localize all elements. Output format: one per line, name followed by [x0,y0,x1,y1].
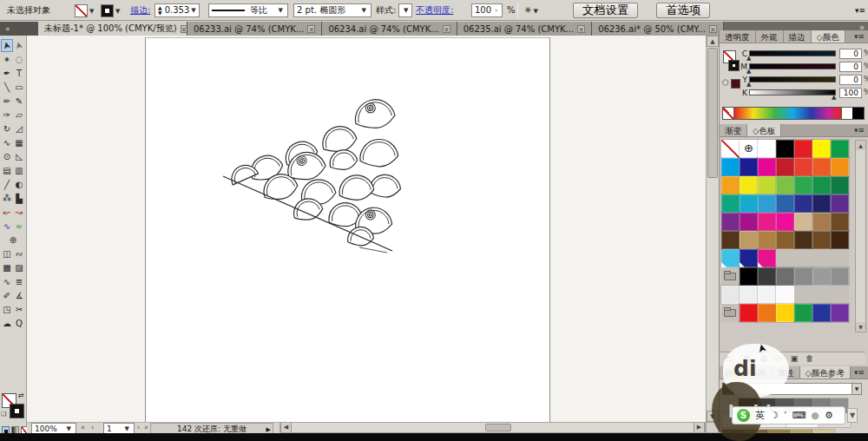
channel-value-field[interactable]: 0 [839,49,862,59]
swatch-scrollbar[interactable]: ▲ ▼ [855,140,866,332]
color-swatch[interactable] [721,231,740,249]
registration-swatch[interactable]: ⊕ [740,140,758,158]
color-swatch[interactable] [812,158,831,176]
wrinkle-tool[interactable]: ≈ [13,220,25,233]
color-swatch[interactable] [794,231,812,249]
panel-tab-描边[interactable]: 描边 [784,30,812,43]
color-swatch[interactable] [812,213,831,231]
channel-value-field[interactable]: 0 [839,62,862,72]
close-tab-icon[interactable]: × [307,25,315,33]
scroll-left-icon[interactable]: ◀ [280,423,292,432]
type-tool[interactable]: T [13,67,25,80]
panel-menu-icon[interactable]: ▾≡ [851,124,868,136]
color-swatch[interactable] [776,231,794,249]
color-swatch[interactable] [831,158,849,176]
color-swatch[interactable] [794,176,812,194]
next-page-button[interactable]: › [137,424,140,431]
color-swatch[interactable] [831,213,849,231]
color-swatch[interactable] [812,140,831,158]
close-tab-icon[interactable]: × [443,25,450,33]
panel-tab-颜色[interactable]: ◇颜色 [812,30,845,43]
global-color-swatch[interactable] [758,249,776,267]
perspective-grid-tool[interactable]: ◺ [13,150,25,163]
eraser-tool[interactable]: ▱ [13,109,25,122]
color-swatch[interactable] [776,158,794,176]
opacity-field[interactable]: 100 › [471,3,503,17]
canvas-area[interactable] [27,36,706,422]
out-of-gamut-icon[interactable]: ⬡ [722,78,729,87]
panel-tab-渐变[interactable]: 渐变 [720,124,747,136]
global-color-swatch[interactable] [740,249,758,267]
color-swatch[interactable] [776,304,794,322]
color-swatch[interactable] [831,176,849,194]
symbol-sprayer-tool[interactable]: ⁂ [1,192,13,205]
direct-selection-tool[interactable]: ➤ [13,39,25,52]
prev-page-button[interactable]: ‹ [91,424,94,431]
color-swatch[interactable] [758,304,776,322]
delete-swatch-icon[interactable]: 🗑 [806,354,813,363]
ime-symbol-icon[interactable]: ’ [784,410,787,421]
panel-tab-透明度[interactable]: 透明度 [720,30,756,43]
color-swatch[interactable] [831,267,849,286]
control-panel-menu-icon[interactable]: ▾≡ [855,3,865,17]
color-swatch[interactable] [740,231,758,249]
flare-tool[interactable]: ≣ [13,275,25,288]
default-fill-stroke-icon[interactable]: ❏ [1,411,6,418]
color-swatch[interactable] [758,140,776,158]
color-swatch[interactable] [758,158,776,176]
arc-tool[interactable]: ↝ [13,206,25,219]
spiral-tool[interactable]: ∿ [1,220,13,233]
hand-tool[interactable]: ☁ [1,317,13,330]
fill-stroke-proxy[interactable]: ⇄ ❏ [2,393,25,423]
slider-thumb-icon[interactable]: ▲ [832,94,836,101]
ime-settings-wrench-icon[interactable]: ⚙ [825,410,833,421]
close-tab-icon[interactable]: × [709,25,717,33]
horizontal-scrollbar[interactable]: ◀ ▶ [279,422,706,433]
color-swatch[interactable] [721,158,740,176]
color-swatch[interactable] [721,286,740,304]
color-swatch[interactable] [721,213,740,231]
swap-fill-stroke-icon[interactable]: ⇄ [18,392,24,399]
new-swatch-icon[interactable]: ▣ [791,354,799,363]
close-tab-icon[interactable]: × [181,25,187,33]
preferences-button[interactable]: 首选项 [656,3,710,18]
color-swatch[interactable] [776,267,794,286]
color-swatch[interactable] [740,213,758,231]
live-paint-tool[interactable]: ▨ [13,261,25,274]
ime-skin-icon[interactable]: ☽ [770,410,779,421]
crystallize-tool[interactable]: ▩ [1,261,13,274]
color-swatch[interactable] [758,213,776,231]
scallop-tool[interactable]: ∾ [13,247,25,260]
stepper-icon[interactable]: ▲▼ [158,5,162,16]
fill-color-control[interactable]: ▼ [75,3,95,17]
bloat-tool[interactable]: ◫ [1,247,13,260]
color-swatch[interactable] [812,231,831,249]
document-tab[interactable]: 06236.ai* @ 50% (CMY...× [592,22,724,36]
color-swatch[interactable] [758,267,776,286]
color-swatch[interactable] [740,176,758,194]
stroke-width-field[interactable]: ▲▼ 0.353 ▼ [155,3,200,17]
color-swatch[interactable] [758,176,776,194]
channel-slider[interactable]: ▲ [749,89,836,95]
panel-tab-色板[interactable]: ◇色板 [747,124,781,136]
color-swatch[interactable] [831,231,849,249]
ime-account-icon[interactable]: ● [811,410,819,421]
color-swatch[interactable] [740,286,758,304]
color-swatch[interactable] [758,194,776,213]
color-swatch[interactable] [758,231,776,249]
spectrum-white[interactable] [841,108,852,119]
pencil-tool[interactable]: ✎ [13,95,25,108]
color-swatch[interactable] [794,213,812,231]
artboard-tool[interactable]: ⊕ [1,234,25,247]
ime-more-icon[interactable]: ▼ [847,408,858,423]
color-swatch[interactable] [740,158,758,176]
stroke-profile-dropdown[interactable]: 等比 ▼ [208,3,288,17]
channel-value-field[interactable]: 100 [839,88,862,98]
document-tab[interactable]: 06234.ai @ 74% (CMYK...× [322,22,457,36]
scribble-tool[interactable]: ∿ [1,275,13,288]
none-swatch[interactable] [721,140,740,158]
zoom-tool[interactable]: Q [13,317,25,330]
angle-tool[interactable]: ∡ [13,289,25,302]
color-spectrum-bar[interactable] [722,107,865,120]
ime-toolbar[interactable]: S 英 ☽ ’ ⌨ ● ⚙ [732,406,845,425]
